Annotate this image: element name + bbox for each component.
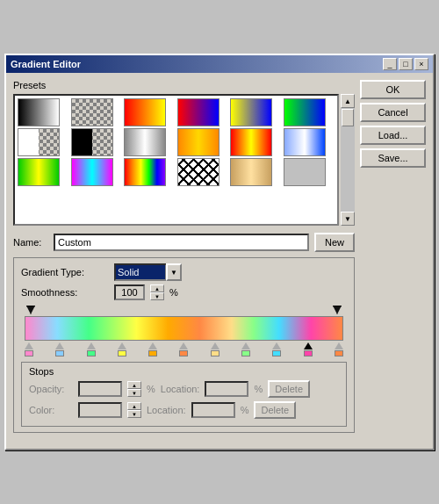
color-label: Color: — [29, 405, 73, 415]
smoothness-row: Smoothness: ▲ ▼ % — [21, 284, 347, 300]
gradient-type-select-wrap: Solid Noise ▼ — [114, 263, 182, 281]
preset-item[interactable] — [18, 128, 60, 156]
preset-item[interactable] — [177, 128, 220, 156]
color-stop[interactable] — [118, 342, 126, 356]
close-button[interactable]: × — [414, 58, 428, 70]
preset-item[interactable] — [124, 98, 166, 126]
color-stop[interactable] — [304, 342, 313, 356]
cancel-button[interactable]: Cancel — [360, 103, 426, 122]
scroll-down-button[interactable]: ▼ — [341, 212, 355, 226]
presets-section: Presets — [13, 80, 355, 226]
gradient-bar[interactable] — [25, 316, 343, 341]
title-bar: Gradient Editor _ □ × — [6, 55, 433, 73]
smoothness-up-button[interactable]: ▲ — [150, 284, 164, 292]
scroll-track[interactable] — [341, 108, 355, 212]
color-input[interactable] — [78, 402, 122, 418]
gradient-type-select[interactable]: Solid Noise — [114, 263, 167, 281]
opacity-input[interactable] — [78, 381, 122, 397]
color-stop[interactable] — [179, 342, 188, 356]
color-stop[interactable] — [335, 342, 343, 356]
main-content: Presets — [6, 73, 433, 440]
preset-item[interactable] — [177, 98, 220, 126]
presets-grid — [18, 98, 335, 186]
gradient-area — [21, 306, 347, 356]
side-buttons: OK Cancel Load... Save... — [360, 80, 426, 433]
opacity-location-label: Location: — [161, 384, 200, 394]
color-stop[interactable] — [211, 342, 220, 356]
name-input[interactable] — [54, 234, 309, 251]
color-row: Color: ▲ ▼ Location: % Delete — [29, 401, 339, 419]
name-label: Name: — [13, 237, 48, 248]
opacity-row: Opacity: ▲ ▼ % Location: % Delete — [29, 380, 339, 398]
opacity-stop-left[interactable] — [26, 306, 35, 314]
color-location-unit: % — [241, 405, 249, 415]
preset-item[interactable] — [230, 128, 272, 156]
preset-item[interactable] — [284, 98, 326, 126]
color-stop[interactable] — [241, 342, 250, 356]
opacity-unit: % — [147, 384, 155, 394]
opacity-stop-right[interactable] — [333, 306, 342, 314]
preset-item[interactable] — [177, 158, 220, 186]
preset-item[interactable] — [18, 98, 60, 126]
presets-container — [13, 94, 339, 226]
preset-item[interactable] — [71, 98, 113, 126]
title-bar-buttons: _ □ × — [383, 58, 428, 70]
preset-item[interactable] — [230, 98, 272, 126]
preset-item[interactable] — [71, 158, 113, 186]
preset-item[interactable] — [124, 158, 166, 186]
color-up-button[interactable]: ▲ — [127, 402, 141, 410]
bottom-padding — [6, 440, 433, 449]
stops-section: Stops Opacity: ▲ ▼ % Location: % Dele — [21, 362, 347, 427]
gradient-type-dropdown-arrow[interactable]: ▼ — [166, 263, 182, 281]
smoothness-unit: % — [169, 287, 178, 298]
new-button[interactable]: New — [314, 233, 355, 252]
preset-item[interactable] — [71, 128, 113, 156]
color-stops-row — [25, 342, 343, 356]
opacity-delete-button[interactable]: Delete — [268, 380, 310, 398]
name-row: Name: New — [13, 233, 355, 252]
ok-button[interactable]: OK — [360, 80, 426, 99]
preset-item[interactable] — [284, 128, 326, 156]
main-panel: Presets — [13, 80, 355, 433]
opacity-down-button[interactable]: ▼ — [127, 389, 141, 397]
scroll-thumb[interactable] — [342, 109, 354, 126]
presets-scrollbar: ▲ ▼ — [341, 94, 355, 226]
preset-item[interactable] — [18, 158, 60, 186]
presets-label: Presets — [13, 80, 355, 90]
color-stop[interactable] — [25, 342, 33, 356]
opacity-location-unit: % — [254, 384, 263, 394]
color-stop[interactable] — [272, 342, 281, 356]
color-stepper: ▲ ▼ — [127, 402, 141, 418]
stops-title: Stops — [29, 366, 339, 377]
preset-item[interactable] — [230, 158, 272, 186]
smoothness-stepper: ▲ ▼ — [150, 284, 164, 300]
preset-item[interactable] — [124, 128, 166, 156]
gradient-editor-window: Gradient Editor _ □ × Presets — [4, 54, 435, 450]
minimize-button[interactable]: _ — [383, 58, 397, 70]
color-down-button[interactable]: ▼ — [127, 410, 141, 418]
scroll-up-button[interactable]: ▲ — [341, 94, 355, 108]
color-location-input[interactable] — [191, 402, 235, 418]
window-title: Gradient Editor — [11, 59, 81, 69]
opacity-stepper: ▲ ▼ — [127, 381, 141, 397]
color-stop[interactable] — [55, 342, 64, 356]
save-button[interactable]: Save... — [360, 148, 426, 168]
smoothness-label: Smoothness: — [21, 287, 109, 298]
color-stop[interactable] — [148, 342, 157, 356]
gradient-type-row: Gradient Type: Solid Noise ▼ — [21, 263, 347, 281]
color-delete-button[interactable]: Delete — [254, 401, 296, 419]
smoothness-down-button[interactable]: ▼ — [150, 292, 164, 300]
color-stop[interactable] — [87, 342, 96, 356]
gradient-settings: Gradient Type: Solid Noise ▼ Smoothness: — [13, 257, 355, 433]
preset-item[interactable] — [284, 158, 326, 186]
gradient-type-label: Gradient Type: — [21, 267, 109, 277]
maximize-button[interactable]: □ — [399, 58, 413, 70]
load-button[interactable]: Load... — [360, 126, 426, 145]
opacity-location-input[interactable] — [205, 381, 248, 397]
smoothness-input[interactable] — [114, 284, 145, 300]
color-location-label: Location: — [147, 405, 186, 415]
opacity-label: Opacity: — [29, 384, 73, 394]
opacity-up-button[interactable]: ▲ — [127, 381, 141, 389]
